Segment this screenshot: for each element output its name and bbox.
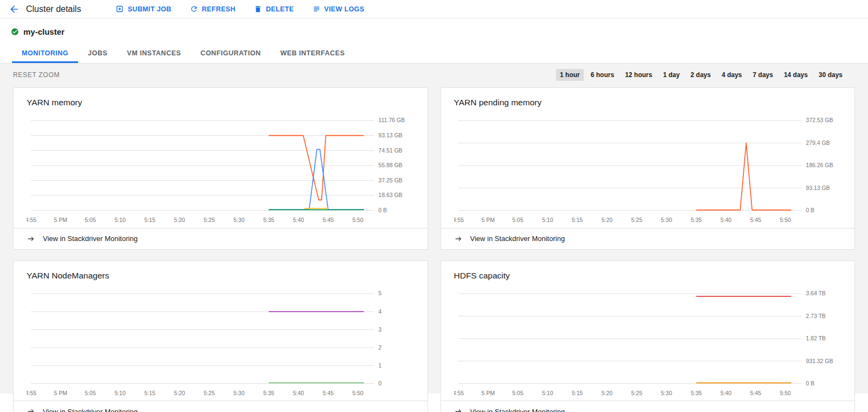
svg-text:5:30: 5:30 — [233, 217, 245, 223]
refresh-button[interactable]: REFRESH — [183, 2, 242, 16]
stackdriver-link[interactable]: View in Stackdriver Monitoring — [441, 401, 855, 412]
svg-text:5:50: 5:50 — [780, 390, 791, 396]
svg-text:1.82 TB: 1.82 TB — [806, 335, 825, 341]
time-range-selector: 1 hour 6 hours 12 hours 1 day 2 days 4 d… — [556, 69, 846, 81]
time-range-1-hour[interactable]: 1 hour — [556, 69, 584, 81]
yarn-nodemanagers-chart[interactable]: 5432104:555 PM5:055:105:155:205:255:305:… — [14, 284, 427, 401]
svg-text:4:55: 4:55 — [27, 390, 36, 396]
submit-job-icon — [116, 5, 124, 13]
svg-text:55.88 GB: 55.88 GB — [379, 162, 403, 168]
svg-text:5:15: 5:15 — [144, 390, 156, 396]
chart-title: YARN pending memory — [441, 88, 855, 111]
cluster-header: my-cluster — [0, 18, 868, 45]
submit-job-button[interactable]: SUBMIT JOB — [109, 2, 178, 16]
stackdriver-link[interactable]: View in Stackdriver Monitoring — [14, 401, 427, 412]
tab-jobs[interactable]: JOBS — [78, 45, 117, 63]
svg-text:5:05: 5:05 — [512, 390, 524, 396]
monitoring-panel: RESET ZOOM 1 hour 6 hours 12 hours 1 day… — [0, 64, 868, 394]
svg-text:37.25 GB: 37.25 GB — [379, 178, 403, 183]
tab-configuration[interactable]: CONFIGURATION — [191, 45, 271, 63]
svg-text:5 PM: 5 PM — [54, 390, 67, 396]
svg-text:5:30: 5:30 — [661, 390, 672, 396]
time-range-14-days[interactable]: 14 days — [780, 69, 812, 81]
svg-text:5:30: 5:30 — [233, 390, 245, 396]
arrow-right-icon — [454, 407, 463, 412]
svg-text:5:25: 5:25 — [631, 217, 642, 223]
delete-icon — [254, 5, 262, 13]
refresh-icon — [190, 5, 198, 13]
view-logs-button[interactable]: VIEW LOGS — [306, 2, 371, 16]
svg-text:5 PM: 5 PM — [54, 217, 67, 223]
svg-text:5 PM: 5 PM — [481, 390, 494, 396]
svg-text:5:10: 5:10 — [542, 217, 553, 223]
svg-text:1: 1 — [379, 363, 382, 369]
delete-button[interactable]: DELETE — [247, 2, 300, 16]
svg-text:5:35: 5:35 — [263, 390, 275, 396]
svg-text:5:40: 5:40 — [720, 217, 731, 223]
svg-text:5:50: 5:50 — [353, 217, 364, 223]
stackdriver-link[interactable]: View in Stackdriver Monitoring — [14, 228, 427, 249]
svg-text:5:05: 5:05 — [85, 217, 96, 223]
arrow-right-icon — [27, 234, 35, 243]
svg-text:4:55: 4:55 — [27, 217, 36, 223]
svg-text:5:45: 5:45 — [750, 217, 761, 223]
chart-title: YARN memory — [14, 88, 427, 111]
svg-text:5:50: 5:50 — [353, 390, 364, 396]
tab-monitoring[interactable]: MONITORING — [12, 45, 78, 63]
chart-card-yarn-memory: YARN memory 111.76 GB93.13 GB74.51 GB55.… — [13, 87, 428, 250]
top-app-bar: Cluster details SUBMIT JOB REFRESH DELET… — [0, 0, 868, 18]
time-range-7-days[interactable]: 7 days — [749, 69, 777, 81]
svg-text:931.32 GB: 931.32 GB — [806, 358, 833, 364]
back-button[interactable] — [7, 2, 22, 17]
time-range-6-hours[interactable]: 6 hours — [587, 69, 618, 81]
svg-text:5:50: 5:50 — [780, 217, 791, 223]
refresh-label: REFRESH — [202, 5, 235, 13]
svg-text:74.51 GB: 74.51 GB — [379, 148, 403, 154]
time-range-4-days[interactable]: 4 days — [718, 69, 745, 81]
svg-text:5:30: 5:30 — [661, 217, 672, 223]
time-range-12-hours[interactable]: 12 hours — [621, 69, 656, 81]
time-range-30-days[interactable]: 30 days — [815, 69, 846, 81]
cluster-status-ok-icon — [11, 28, 19, 36]
cluster-name: my-cluster — [23, 27, 65, 36]
time-range-1-day[interactable]: 1 day — [659, 69, 684, 81]
delete-label: DELETE — [266, 5, 293, 13]
svg-text:3.64 TB: 3.64 TB — [806, 290, 825, 296]
svg-text:2.73 TB: 2.73 TB — [806, 313, 825, 319]
svg-text:111.76 GB: 111.76 GB — [379, 117, 405, 123]
svg-text:4:55: 4:55 — [454, 217, 464, 223]
svg-text:5:45: 5:45 — [750, 390, 761, 396]
time-range-2-days[interactable]: 2 days — [687, 69, 714, 81]
tab-bar: MONITORING JOBS VM INSTANCES CONFIGURATI… — [0, 45, 868, 64]
svg-text:4:55: 4:55 — [454, 390, 464, 396]
tab-vm-instances[interactable]: VM INSTANCES — [117, 45, 191, 63]
svg-text:0: 0 — [379, 381, 382, 386]
svg-text:93.13 GB: 93.13 GB — [379, 132, 403, 138]
svg-text:18.63 GB: 18.63 GB — [379, 192, 403, 198]
yarn-pending-memory-chart[interactable]: 372.53 GB279.4 GB186.26 GB93.13 GB0 B4:5… — [441, 111, 855, 228]
svg-text:0 B: 0 B — [379, 207, 387, 213]
svg-text:5:45: 5:45 — [323, 390, 334, 396]
svg-text:93.13 GB: 93.13 GB — [806, 185, 829, 191]
arrow-right-icon — [454, 234, 463, 243]
stackdriver-link-label: View in Stackdriver Monitoring — [470, 408, 565, 412]
reset-zoom-button[interactable]: RESET ZOOM — [13, 71, 60, 79]
svg-text:5:40: 5:40 — [293, 217, 304, 223]
svg-text:4: 4 — [379, 308, 382, 314]
svg-text:5:20: 5:20 — [601, 217, 612, 223]
svg-text:5:05: 5:05 — [512, 217, 524, 223]
svg-text:5:15: 5:15 — [571, 390, 583, 396]
svg-text:5:15: 5:15 — [144, 217, 156, 223]
chart-card-hdfs-capacity: HDFS capacity 3.64 TB2.73 TB1.82 TB931.3… — [441, 261, 856, 412]
svg-text:5:40: 5:40 — [720, 390, 731, 396]
back-arrow-icon — [9, 4, 20, 15]
hdfs-capacity-chart[interactable]: 3.64 TB2.73 TB1.82 TB931.32 GB0 B4:555 P… — [441, 284, 855, 401]
yarn-memory-chart[interactable]: 111.76 GB93.13 GB74.51 GB55.88 GB37.25 G… — [14, 111, 427, 228]
svg-text:5:15: 5:15 — [571, 217, 583, 223]
svg-text:0 B: 0 B — [806, 381, 814, 386]
view-logs-label: VIEW LOGS — [324, 5, 365, 13]
stackdriver-link[interactable]: View in Stackdriver Monitoring — [441, 228, 855, 249]
chart-grid: YARN memory 111.76 GB93.13 GB74.51 GB55.… — [0, 87, 868, 412]
svg-text:5:10: 5:10 — [542, 390, 553, 396]
tab-web-interfaces[interactable]: WEB INTERFACES — [271, 45, 355, 63]
